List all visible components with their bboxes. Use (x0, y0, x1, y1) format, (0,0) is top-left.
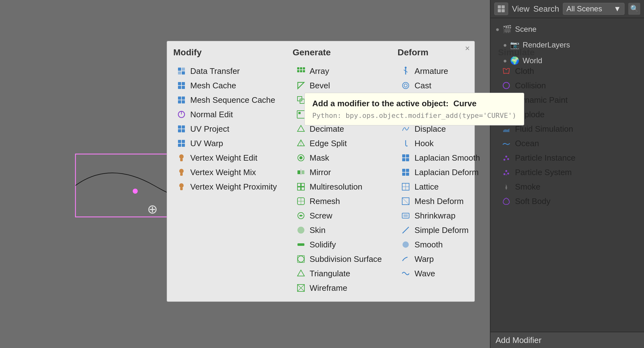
mask-label: Mask (310, 153, 329, 163)
triangulate-label: Triangulate (310, 269, 350, 279)
lattice-label: Lattice (414, 182, 439, 192)
skin-icon (296, 225, 306, 235)
modifier-particle-system[interactable]: Particle System (498, 165, 579, 180)
modifier-array[interactable]: Array (293, 64, 385, 78)
svg-line-39 (298, 82, 304, 89)
svg-point-48 (299, 156, 303, 159)
modifier-bevel[interactable]: Bevel (293, 78, 385, 93)
bevel-label: Bevel (310, 81, 330, 91)
solidify-icon (296, 240, 306, 250)
svg-rect-82 (402, 173, 405, 176)
modifier-vertex-weight-edit[interactable]: Vertex Weight Edit (173, 151, 280, 165)
modifier-mesh-cache[interactable]: Mesh Cache (173, 78, 280, 93)
wave-label: Wave (414, 269, 435, 279)
menu-close-button[interactable]: ✕ (463, 44, 472, 53)
modifier-soft-body[interactable]: Soft Body (498, 194, 579, 208)
modifier-particle-instance[interactable]: Particle Instance (498, 151, 579, 165)
modifier-cast[interactable]: Cast (397, 78, 485, 93)
svg-marker-44 (297, 125, 304, 131)
modifier-shrinkwrap[interactable]: Shrinkwrap (397, 208, 485, 223)
add-modifier-button[interactable]: Add Modifier (491, 332, 644, 348)
view-label[interactable]: View (512, 4, 530, 14)
viewport-curve (72, 151, 176, 220)
modifier-collision[interactable]: Collision (498, 78, 579, 93)
svg-rect-52 (297, 183, 301, 186)
svg-rect-19 (182, 125, 185, 129)
modifier-multiresolution[interactable]: Multiresolution (293, 180, 385, 194)
vertex-weight-proximity-icon (176, 182, 186, 192)
subdivision-surface-label: Subdivision Surface (310, 254, 382, 264)
panel-icon-button[interactable] (494, 3, 508, 15)
svg-point-104 (503, 173, 505, 175)
svg-rect-77 (406, 154, 409, 157)
triangulate-icon (296, 268, 306, 279)
modifier-vertex-weight-proximity[interactable]: Vertex Weight Proximity (173, 180, 280, 194)
modifier-wireframe[interactable]: Wireframe (293, 281, 385, 295)
modifier-uv-warp[interactable]: UV Warp (173, 136, 280, 151)
svg-rect-55 (301, 187, 304, 190)
subdivision-surface-icon (296, 254, 306, 264)
bevel-icon (296, 80, 306, 91)
collision-label: Collision (515, 81, 546, 91)
search-icon[interactable]: 🔍 (628, 3, 640, 15)
mesh-deform-label: Mesh Deform (414, 196, 464, 206)
vertex-weight-mix-label: Vertex Weight Mix (190, 168, 256, 177)
svg-rect-4 (502, 9, 505, 12)
cast-label: Cast (414, 81, 431, 91)
panel-header: View Search All Scenes ▼ 🔍 (491, 0, 644, 18)
modifier-uv-project[interactable]: UV Project (173, 122, 280, 136)
modifier-smoke[interactable]: Smoke (498, 180, 579, 194)
modifier-remesh[interactable]: Remesh (293, 194, 385, 208)
modifier-mesh-sequence-cache[interactable]: Mesh Sequence Cache (173, 93, 280, 107)
svg-rect-12 (182, 86, 185, 89)
tooltip-name: Curve (453, 99, 477, 108)
modifier-solidify[interactable]: Solidify (293, 237, 385, 252)
modifier-subdivision-surface[interactable]: Subdivision Surface (293, 252, 385, 266)
multiresolution-label: Multiresolution (310, 182, 363, 192)
cloth-label: Cloth (515, 66, 534, 76)
modifier-skin[interactable]: Skin (293, 223, 385, 237)
modifier-mirror[interactable]: Mirror (293, 165, 385, 180)
modifier-normal-edit[interactable]: Normal Edit (173, 107, 280, 122)
modifier-ocean[interactable]: Ocean (498, 136, 579, 151)
simulate-header: Simulate (498, 47, 579, 59)
modifier-warp[interactable]: Warp (397, 252, 485, 266)
modifier-vertex-weight-mix[interactable]: Vertex Weight Mix (173, 165, 280, 180)
svg-rect-8 (182, 71, 185, 75)
mask-icon (296, 153, 306, 163)
armature-icon (401, 66, 411, 76)
scene-label: Scene (515, 25, 536, 34)
modifier-armature[interactable]: Armature (397, 64, 485, 78)
svg-rect-42 (297, 111, 305, 118)
edge-split-icon (296, 138, 306, 148)
warp-label: Warp (414, 254, 434, 264)
modifier-mask[interactable]: Mask (293, 151, 385, 165)
modifier-cloth[interactable]: Cloth (498, 64, 579, 78)
particle-system-icon (501, 167, 511, 177)
uv-project-icon (176, 124, 186, 134)
scenes-dropdown[interactable]: All Scenes ▼ (563, 3, 625, 15)
modifier-simple-deform[interactable]: Simple Deform (397, 223, 485, 237)
outliner-item-scene[interactable]: ● 🎬 Scene (491, 21, 644, 37)
modifier-lattice[interactable]: Lattice (397, 180, 485, 194)
modifier-triangulate[interactable]: Triangulate (293, 266, 385, 281)
modifier-laplacian-smooth[interactable]: Laplacian Smooth (397, 151, 485, 165)
modifier-hook[interactable]: Hook (397, 136, 485, 151)
svg-rect-21 (182, 129, 185, 132)
modifier-smooth[interactable]: Smooth (397, 237, 485, 252)
svg-rect-3 (498, 9, 501, 12)
particle-instance-label: Particle Instance (515, 153, 575, 163)
search-label[interactable]: Search (533, 4, 559, 14)
svg-rect-22 (178, 140, 181, 143)
modifier-wave[interactable]: Wave (397, 266, 485, 281)
mesh-cache-icon (176, 80, 186, 91)
modifier-edge-split[interactable]: Edge Split (293, 136, 385, 151)
modifier-data-transfer[interactable]: Data Transfer (173, 64, 280, 78)
svg-rect-20 (178, 129, 181, 132)
svg-rect-83 (406, 173, 409, 176)
modifier-screw[interactable]: Screw (293, 208, 385, 223)
modifier-mesh-deform[interactable]: Mesh Deform (397, 194, 485, 208)
modifier-laplacian-deform[interactable]: Laplacian Deform (397, 165, 485, 180)
mesh-sequence-cache-icon (176, 95, 186, 105)
svg-point-30 (179, 183, 184, 188)
